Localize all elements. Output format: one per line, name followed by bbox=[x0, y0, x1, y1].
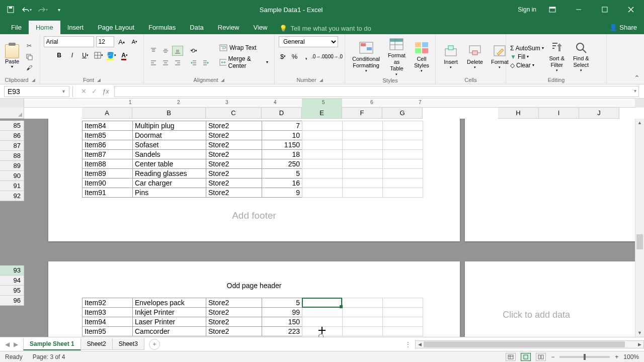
delete-cells-button[interactable]: Delete▾ bbox=[464, 43, 486, 71]
cell[interactable]: 250 bbox=[262, 159, 302, 169]
tab-page-layout[interactable]: Page Layout bbox=[91, 21, 141, 34]
fill-color-icon[interactable]: 🪣▾ bbox=[106, 50, 117, 60]
fill-button[interactable]: ▼Fill▾ bbox=[510, 53, 544, 60]
row-header[interactable]: 88 bbox=[0, 151, 24, 161]
cell[interactable]: Doormat bbox=[133, 131, 206, 140]
cell[interactable] bbox=[383, 121, 423, 131]
decrease-decimal-icon[interactable]: .00→.0 bbox=[329, 51, 341, 61]
click-to-add-data[interactable]: Click to add data bbox=[503, 310, 570, 320]
tab-view[interactable]: View bbox=[246, 21, 274, 34]
cell[interactable] bbox=[302, 131, 343, 140]
scroll-up-icon[interactable]: ▲ bbox=[635, 119, 644, 127]
copy-icon[interactable] bbox=[24, 52, 34, 61]
align-top-icon[interactable] bbox=[148, 46, 159, 56]
row-header[interactable]: 91 bbox=[0, 181, 24, 191]
row-header[interactable]: 93 bbox=[0, 265, 24, 276]
share-button[interactable]: 👤Share bbox=[602, 21, 644, 34]
cell[interactable] bbox=[302, 308, 343, 317]
row-header[interactable]: 89 bbox=[0, 161, 24, 171]
row-header[interactable]: 90 bbox=[0, 171, 24, 181]
font-name-input[interactable] bbox=[44, 36, 94, 47]
cell[interactable] bbox=[343, 159, 383, 169]
data-table[interactable]: Item84Multipin plugStore27Item85DoormatS… bbox=[82, 121, 302, 198]
cell[interactable]: Item91 bbox=[83, 188, 133, 198]
cell[interactable] bbox=[383, 178, 423, 188]
clipboard-launcher-icon[interactable]: ◢ bbox=[32, 77, 35, 82]
signin-link[interactable]: Sign in bbox=[518, 6, 536, 13]
cell[interactable]: Store2 bbox=[206, 327, 262, 336]
accounting-icon[interactable]: $▾ bbox=[279, 51, 287, 61]
cell[interactable]: Item89 bbox=[83, 169, 133, 178]
font-launcher-icon[interactable]: ◢ bbox=[97, 77, 101, 82]
cell[interactable] bbox=[302, 140, 343, 150]
number-format-select[interactable]: General bbox=[279, 36, 338, 47]
row-header[interactable]: 95 bbox=[0, 286, 24, 296]
scroll-left-icon[interactable]: ◀ bbox=[416, 341, 424, 348]
cell[interactable]: Pins bbox=[133, 188, 206, 198]
cell[interactable]: 99 bbox=[262, 308, 302, 317]
row-header[interactable]: 87 bbox=[0, 141, 24, 151]
vertical-scrollbar[interactable]: ▲ ▼ bbox=[635, 119, 644, 337]
cell[interactable]: Camcorder bbox=[133, 327, 206, 336]
cell[interactable]: Store2 bbox=[206, 298, 262, 308]
sheet-tab[interactable]: Sheet3 bbox=[112, 338, 144, 350]
cell[interactable] bbox=[383, 327, 423, 336]
scroll-thumb[interactable] bbox=[424, 341, 625, 347]
align-right-icon[interactable] bbox=[172, 58, 183, 68]
cell[interactable]: Item86 bbox=[83, 140, 133, 150]
cell[interactable]: 16 bbox=[262, 178, 302, 188]
align-bottom-icon[interactable] bbox=[172, 46, 183, 56]
cell[interactable] bbox=[302, 159, 343, 169]
cell[interactable]: 18 bbox=[262, 150, 302, 159]
underline-button[interactable]: U▾ bbox=[80, 50, 91, 60]
align-middle-icon[interactable] bbox=[160, 46, 171, 56]
cell[interactable]: Item88 bbox=[83, 159, 133, 169]
col-header[interactable]: C bbox=[206, 108, 262, 119]
close-icon[interactable] bbox=[621, 3, 641, 17]
cell[interactable]: Item87 bbox=[83, 150, 133, 159]
alignment-launcher-icon[interactable]: ◢ bbox=[221, 77, 224, 82]
cell[interactable]: Store2 bbox=[206, 159, 262, 169]
cell[interactable] bbox=[343, 308, 383, 317]
col-header[interactable]: G bbox=[382, 108, 423, 119]
cell[interactable]: Store2 bbox=[206, 131, 262, 140]
cell[interactable] bbox=[343, 327, 383, 336]
cell[interactable]: Laser Printer bbox=[133, 317, 206, 327]
cell[interactable] bbox=[383, 150, 423, 159]
cell[interactable]: Store2 bbox=[206, 150, 262, 159]
row-header[interactable]: 94 bbox=[0, 276, 24, 286]
name-box[interactable]: E93▼ bbox=[4, 86, 69, 97]
col-header[interactable]: J bbox=[579, 108, 619, 119]
cell[interactable] bbox=[302, 169, 343, 178]
cancel-formula-icon[interactable]: ✕ bbox=[81, 87, 87, 95]
sort-filter-button[interactable]: Sort & Filter▾ bbox=[546, 39, 568, 74]
number-launcher-icon[interactable]: ◢ bbox=[319, 77, 323, 82]
row-header[interactable]: 86 bbox=[0, 131, 24, 141]
expand-formula-icon[interactable]: ▾ bbox=[634, 88, 636, 94]
new-sheet-button[interactable]: ＋ bbox=[149, 339, 160, 350]
cell[interactable]: Store2 bbox=[206, 169, 262, 178]
cell[interactable] bbox=[383, 298, 423, 308]
cell[interactable]: 223 bbox=[262, 327, 302, 336]
format-as-table-button[interactable]: Format as Table▾ bbox=[385, 36, 409, 77]
tab-review[interactable]: Review bbox=[211, 21, 247, 34]
decrease-indent-icon[interactable] bbox=[188, 58, 199, 68]
cell[interactable] bbox=[343, 140, 383, 150]
clear-button[interactable]: ◇Clear▾ bbox=[510, 62, 544, 69]
cell-styles-button[interactable]: Cell Styles▾ bbox=[411, 40, 433, 74]
percent-icon[interactable]: % bbox=[290, 51, 299, 61]
page-header[interactable]: Odd page header bbox=[48, 282, 460, 290]
cell[interactable] bbox=[343, 131, 383, 140]
comma-icon[interactable]: , bbox=[302, 51, 310, 61]
cell[interactable] bbox=[383, 317, 423, 327]
qat-more-icon[interactable]: ▾ bbox=[53, 4, 64, 15]
page-layout-view-icon[interactable] bbox=[521, 353, 531, 361]
merge-center-button[interactable]: Merge & Center▾ bbox=[217, 54, 270, 70]
sheet-tab[interactable]: Sheet2 bbox=[80, 338, 113, 350]
scroll-right-icon[interactable]: ▶ bbox=[635, 341, 643, 348]
cut-icon[interactable]: ✂ bbox=[24, 41, 34, 50]
scroll-down-icon[interactable]: ▼ bbox=[635, 329, 644, 337]
tab-file[interactable]: File bbox=[4, 21, 29, 34]
minimize-icon[interactable] bbox=[569, 3, 589, 17]
border-icon[interactable]: ▾ bbox=[93, 50, 104, 60]
